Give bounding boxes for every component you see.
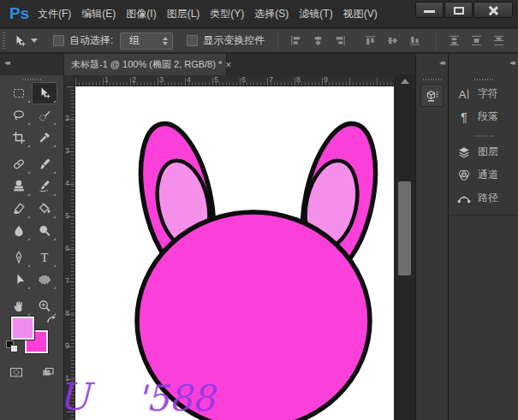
tool-paint-bucket[interactable] [32, 198, 57, 220]
tool-history-brush[interactable] [32, 175, 57, 198]
distribute-group [443, 33, 509, 48]
minimize-button[interactable] [415, 2, 444, 18]
document-tab-area: 未标题-1 @ 100% (椭圆 2, RGB/8) * × [64, 54, 415, 75]
tool-crop[interactable] [6, 127, 32, 149]
menu-item-6[interactable]: 滤镜(T) [294, 7, 337, 21]
collapse-wide-dock-icon[interactable]: ◂◂ [509, 58, 514, 67]
panel-tab-layers[interactable]: 图层 [449, 140, 518, 163]
scrollbar-thumb[interactable] [398, 181, 411, 275]
menu-item-1[interactable]: 编辑(E) [76, 7, 121, 21]
align-top-icon[interactable] [363, 33, 378, 48]
collapse-narrow-dock-icon[interactable]: ◂◂ [439, 58, 444, 67]
separator [277, 32, 278, 50]
tool-eraser[interactable] [6, 198, 32, 220]
align-middle-v-icon[interactable] [385, 33, 400, 48]
auto-select-target-dropdown[interactable]: 组 [120, 33, 173, 50]
menu-item-3[interactable]: 图层(L) [162, 7, 205, 21]
tool-path-selection[interactable] [6, 269, 32, 291]
menu-item-2[interactable]: 图像(I) [121, 7, 161, 21]
vruler-label: 5 [65, 211, 69, 220]
tool-type[interactable]: T [32, 246, 57, 269]
bunny-artwork [75, 86, 394, 420]
tool-lasso[interactable] [6, 104, 32, 127]
vruler-label: 8 [65, 309, 69, 317]
foreground-color-swatch[interactable] [11, 316, 34, 340]
minimize-icon [424, 10, 435, 13]
vruler-label: 7 [65, 276, 69, 285]
close-button[interactable] [473, 2, 513, 18]
tool-preset-dropdown-icon[interactable] [31, 38, 38, 43]
swap-colors-icon[interactable] [45, 315, 59, 328]
align-group-centers [359, 33, 426, 48]
watermark-left: U [64, 375, 90, 418]
align-group-edges [284, 33, 351, 48]
paragraph-icon: ¶ [456, 109, 472, 125]
tool-spot-healing-brush[interactable] [6, 153, 32, 175]
vruler-label: 6 [65, 244, 69, 252]
quick-mask-button[interactable] [7, 364, 26, 379]
tool-rectangular-marquee[interactable] [6, 82, 32, 104]
options-bar: 自动选择: 组 显示变换控件 [0, 29, 518, 53]
hruler-label: 6 [241, 75, 246, 84]
tool-dodge[interactable] [32, 220, 57, 242]
dist-top-icon[interactable] [447, 33, 461, 48]
document-tab[interactable]: 未标题-1 @ 100% (椭圆 2, RGB/8) * × [64, 54, 227, 75]
vruler-label: 9 [65, 341, 69, 350]
maximize-button[interactable] [444, 2, 473, 18]
align-left-icon[interactable] [289, 33, 303, 48]
tool-hand[interactable] [6, 295, 32, 317]
screen-mode-button[interactable] [39, 364, 57, 379]
svg-text:T: T [41, 251, 49, 264]
menu-item-0[interactable]: 文件(F) [33, 7, 76, 21]
menu-item-4[interactable]: 类型(Y) [205, 7, 249, 21]
collapse-tools-icon[interactable]: ◂◂ [4, 58, 9, 67]
scrollbar-track[interactable] [394, 75, 415, 420]
scroll-up-icon[interactable] [401, 79, 409, 84]
tool-ellipse-shape[interactable] [32, 269, 57, 291]
tool-brush[interactable] [32, 153, 57, 175]
svg-text:A: A [459, 87, 467, 100]
tab-close-icon[interactable]: × [225, 59, 231, 71]
tool-quick-selection[interactable] [32, 104, 57, 127]
panel-tab-paragraph[interactable]: ¶段落 [449, 105, 518, 128]
options-grip [3, 33, 5, 50]
wide-dock-grip[interactable] [474, 79, 493, 80]
tool-clone-stamp[interactable] [6, 175, 32, 198]
vruler-label: 4 [65, 179, 69, 187]
hruler-label: 1 [104, 75, 109, 84]
auto-select-checkbox[interactable] [53, 35, 64, 46]
show-transform-checkbox[interactable] [187, 35, 198, 46]
narrow-dock-header: ◂◂ [415, 54, 448, 75]
panel-tab-character[interactable]: A字符 [449, 82, 518, 105]
align-center-h-icon[interactable] [311, 33, 325, 48]
auto-select-label: 自动选择: [69, 33, 113, 48]
tab-row: ◂◂ 未标题-1 @ 100% (椭圆 2, RGB/8) * × ◂◂ ◂◂ [0, 54, 518, 75]
move-tool-icon [12, 33, 27, 49]
hruler-label: 5 [214, 75, 218, 84]
3d-panel-button[interactable] [420, 84, 444, 107]
tool-blur[interactable] [6, 220, 32, 242]
canvas-area: 123456789 234567891 U '588 [64, 75, 415, 420]
window-controls [414, 2, 513, 18]
panel-tab-channels[interactable]: 通道 [449, 163, 518, 186]
align-bottom-icon[interactable] [408, 33, 422, 48]
tools-grip[interactable] [22, 79, 41, 80]
separator [436, 32, 437, 50]
default-colors-icon[interactable] [6, 340, 18, 352]
layers-icon [456, 145, 472, 160]
dist-bottom-icon[interactable] [491, 33, 506, 48]
show-transform-label: 显示变换控件 [203, 33, 265, 48]
tool-eyedropper[interactable] [32, 127, 57, 149]
menu-item-7[interactable]: 视图(V) [338, 7, 383, 21]
align-right-icon[interactable] [333, 33, 348, 48]
narrow-dock-grip[interactable] [423, 79, 442, 80]
hruler-label: 2 [132, 75, 136, 84]
dropdown-spinner-icon [163, 37, 168, 45]
tool-pen[interactable] [6, 246, 32, 269]
document-canvas[interactable] [75, 86, 394, 420]
panel-tab-paths[interactable]: 路径 [449, 186, 518, 210]
menu-item-5[interactable]: 选择(S) [249, 7, 294, 21]
tool-move[interactable] [32, 82, 57, 104]
hruler-label: 3 [159, 75, 164, 84]
dist-middle-icon[interactable] [469, 33, 484, 48]
